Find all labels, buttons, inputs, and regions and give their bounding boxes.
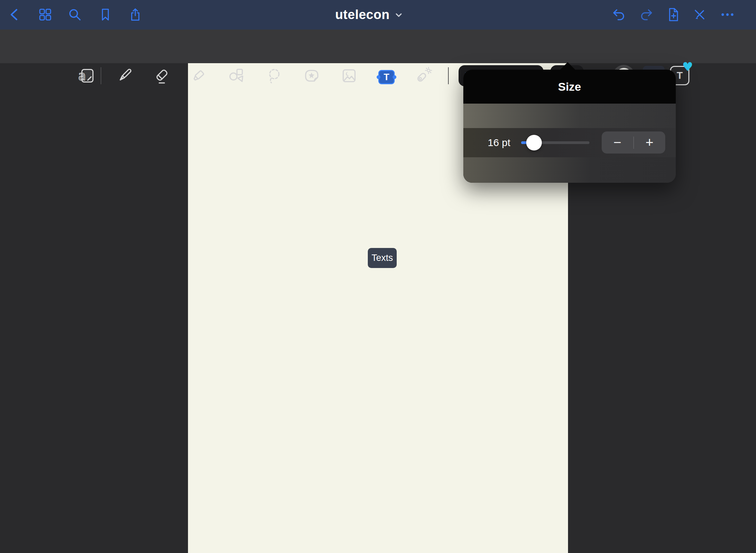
share-button[interactable] [127,6,143,23]
ellipsis-icon [720,7,735,22]
size-increase-button[interactable]: + [634,131,666,154]
share-icon [127,7,143,22]
chevron-down-icon[interactable] [394,11,403,19]
size-value-label: 16 pt [477,128,521,157]
navigation-bar: utelecon [0,0,756,30]
popover-arrow [560,62,575,70]
stickers-tool[interactable] [303,67,321,85]
search-icon [67,7,83,22]
selection-handle-right [393,75,396,79]
undo-icon [611,7,627,22]
size-slider-row: 16 pt − + [463,128,676,157]
lasso-tool[interactable] [265,67,283,85]
size-slider[interactable] [521,135,589,150]
document-title[interactable]: utelecon [335,7,390,22]
highlighter-tool[interactable] [191,67,208,85]
eraser-icon [153,67,171,85]
more-button[interactable] [719,6,736,23]
size-stepper: − + [602,131,665,154]
grid-view-icon [37,7,53,22]
image-tool[interactable] [340,67,358,85]
shapes-tool[interactable] [228,67,245,85]
thumbnails-button[interactable] [37,6,53,23]
image-icon [340,67,358,85]
eraser-tool[interactable] [153,67,171,85]
pen-icon [116,67,133,85]
pen-tool[interactable] [116,67,133,85]
redo-button[interactable] [638,6,654,23]
toolbar-separator [101,67,101,84]
zoom-window-tool[interactable]: a [78,67,96,85]
size-popover: Size 16 pt − + [463,70,676,183]
popover-header: Size [463,70,676,104]
laser-pointer-tool[interactable] [414,67,432,85]
add-page-icon [666,7,681,22]
size-decrease-button[interactable]: − [602,131,633,154]
popover-title: Size [558,80,581,93]
add-page-button[interactable] [665,6,682,23]
selection-handle-left [377,75,380,79]
stickers-icon [303,67,321,85]
app-window: utelecon [0,0,756,553]
highlighter-icon [191,67,208,85]
popover-lower-band [463,157,676,183]
bookmark-button[interactable] [97,6,114,23]
tool-bar: a [0,30,756,63]
undo-button[interactable] [611,6,627,23]
text-style-glyph: T [677,70,683,81]
redo-icon [638,7,654,22]
popover-upper-band [463,104,676,128]
text-tool-selected[interactable]: T [378,70,395,84]
pen-toggle-button[interactable] [691,6,708,23]
zoom-window-icon: a [78,67,96,85]
heart-icon: ♥ [682,61,693,73]
shapes-icon [228,67,245,85]
text-object[interactable]: Texts [368,248,397,268]
pen-cross-icon [692,7,707,22]
toolbar-separator [448,67,449,84]
lasso-icon [265,67,283,85]
text-object-label: Texts [372,253,393,263]
search-button[interactable] [67,6,83,23]
zoom-letter-glyph: a [78,69,86,83]
back-icon [7,7,23,22]
size-slider-thumb[interactable] [526,135,542,150]
back-button[interactable] [7,6,23,23]
laser-pointer-icon [414,67,432,85]
bookmark-icon [98,7,113,22]
moon-glyph [346,72,349,76]
text-tool-glyph: T [384,72,390,83]
